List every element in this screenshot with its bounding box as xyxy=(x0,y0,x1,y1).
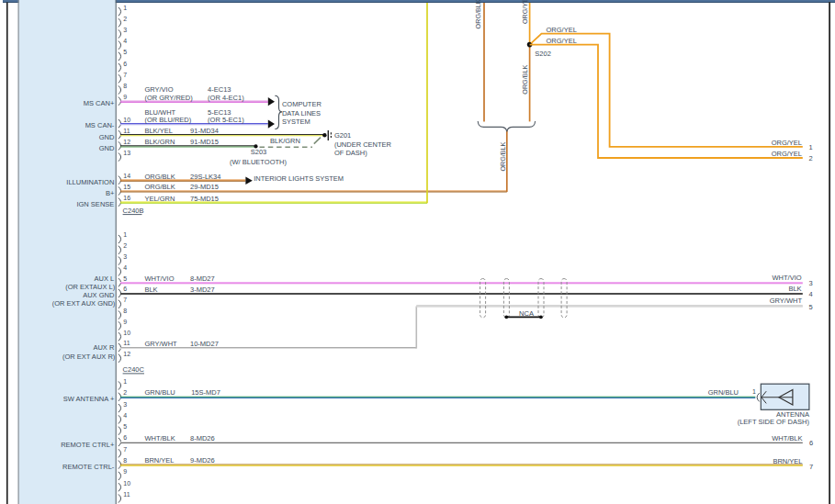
svg-text:(OR GRY/RED): (OR GRY/RED) xyxy=(144,94,193,102)
svg-text:91-MD15: 91-MD15 xyxy=(190,138,219,146)
svg-text:BLK: BLK xyxy=(144,286,157,294)
svg-text:REMOTE CTRL-: REMOTE CTRL- xyxy=(62,463,115,471)
svg-text:C240B: C240B xyxy=(123,207,144,215)
svg-text:10: 10 xyxy=(123,117,130,123)
svg-text:(UNDER CENTER: (UNDER CENTER xyxy=(334,140,392,149)
svg-text:8: 8 xyxy=(123,457,127,464)
svg-text:8-MD26: 8-MD26 xyxy=(190,434,215,442)
svg-text:GND: GND xyxy=(99,133,115,141)
svg-text:DATA LINES: DATA LINES xyxy=(282,109,321,118)
svg-text:10: 10 xyxy=(123,330,130,336)
svg-text:29S-LK34: 29S-LK34 xyxy=(190,173,220,181)
svg-text:7: 7 xyxy=(123,297,127,303)
svg-text:G201: G201 xyxy=(334,131,351,140)
svg-text:ORG/YEL: ORG/YEL xyxy=(772,139,802,147)
svg-text:9: 9 xyxy=(123,94,127,100)
svg-text:75-MD15: 75-MD15 xyxy=(190,195,219,203)
svg-text:6: 6 xyxy=(123,61,127,67)
svg-text:5: 5 xyxy=(123,275,127,282)
svg-text:16: 16 xyxy=(123,195,130,201)
svg-text:(OR EXT AUX GND): (OR EXT AUX GND) xyxy=(52,299,116,308)
svg-text:SW ANTENNA +: SW ANTENNA + xyxy=(63,395,115,403)
svg-text:1: 1 xyxy=(123,5,127,11)
svg-text:11: 11 xyxy=(123,340,130,346)
svg-text:1: 1 xyxy=(123,231,127,238)
svg-text:OF DASH): OF DASH) xyxy=(334,149,367,157)
svg-text:BRN/YEL: BRN/YEL xyxy=(144,456,174,465)
svg-text:BRN/YEL: BRN/YEL xyxy=(773,457,802,465)
svg-text:ORG/BLK: ORG/BLK xyxy=(144,183,175,191)
svg-text:SYSTEM: SYSTEM xyxy=(282,118,310,126)
svg-text:ORG/BLK: ORG/BLK xyxy=(499,141,507,171)
svg-text:11: 11 xyxy=(123,491,130,498)
svg-text:GRN/BLU: GRN/BLU xyxy=(708,388,739,397)
svg-text:S202: S202 xyxy=(535,50,551,58)
svg-text:ORG/YEL: ORG/YEL xyxy=(547,26,577,34)
svg-text:7: 7 xyxy=(123,72,127,78)
svg-text:ORG/YEL: ORG/YEL xyxy=(547,37,577,45)
svg-text:4: 4 xyxy=(809,290,813,298)
svg-text:WHT/VIO: WHT/VIO xyxy=(144,274,174,283)
svg-text:1: 1 xyxy=(809,143,813,151)
svg-text:5: 5 xyxy=(123,423,127,430)
svg-text:GRN/BLU: GRN/BLU xyxy=(144,388,175,397)
svg-text:MS CAN-: MS CAN- xyxy=(85,121,115,129)
svg-text:MS CAN+: MS CAN+ xyxy=(84,99,115,107)
svg-text:14: 14 xyxy=(123,173,130,179)
svg-text:15S-MD7: 15S-MD7 xyxy=(191,388,220,397)
svg-text:10: 10 xyxy=(123,480,130,487)
svg-text:(OR 4-EC1): (OR 4-EC1) xyxy=(208,94,244,102)
svg-text:2: 2 xyxy=(809,154,813,162)
svg-text:ORG/YEL: ORG/YEL xyxy=(521,0,529,24)
svg-text:(OR EXT AUX R): (OR EXT AUX R) xyxy=(62,353,116,361)
svg-text:GRY/WHT: GRY/WHT xyxy=(144,340,177,348)
svg-text:BLK: BLK xyxy=(788,285,801,293)
svg-text:9: 9 xyxy=(123,319,127,325)
svg-text:ORG/BLK: ORG/BLK xyxy=(474,0,482,28)
svg-text:INTERIOR LIGHTS SYSTEM: INTERIOR LIGHTS SYSTEM xyxy=(254,174,344,183)
svg-text:8: 8 xyxy=(123,83,127,89)
svg-text:GND: GND xyxy=(99,144,115,152)
svg-text:10-MD27: 10-MD27 xyxy=(190,340,219,348)
svg-text:COMPUTER: COMPUTER xyxy=(282,100,322,108)
svg-text:1: 1 xyxy=(123,378,127,385)
svg-text:12: 12 xyxy=(123,351,130,357)
svg-text:REMOTE CTRL+: REMOTE CTRL+ xyxy=(61,441,115,449)
svg-text:S203: S203 xyxy=(251,148,267,156)
svg-text:WHT/BLK: WHT/BLK xyxy=(144,434,175,442)
svg-text:(W/ BLUETOOTH): (W/ BLUETOOTH) xyxy=(230,158,287,166)
svg-text:7: 7 xyxy=(809,463,813,471)
svg-text:29-MD15: 29-MD15 xyxy=(190,183,219,191)
svg-text:(OR EXTAUX L): (OR EXTAUX L) xyxy=(65,283,116,291)
svg-text:2: 2 xyxy=(123,242,127,249)
svg-text:3: 3 xyxy=(123,253,127,260)
svg-text:BLK/GRN: BLK/GRN xyxy=(270,137,300,145)
svg-text:3: 3 xyxy=(123,27,127,33)
svg-text:ORG/BLK: ORG/BLK xyxy=(144,173,175,181)
svg-text:3: 3 xyxy=(809,279,813,287)
svg-text:B+: B+ xyxy=(106,189,115,197)
svg-text:12: 12 xyxy=(123,139,130,145)
svg-text:4: 4 xyxy=(123,38,127,44)
svg-text:4: 4 xyxy=(123,412,127,419)
svg-text:BLK/YEL: BLK/YEL xyxy=(144,127,172,135)
svg-text:9-MD26: 9-MD26 xyxy=(190,456,215,465)
svg-text:(LEFT SIDE OF DASH): (LEFT SIDE OF DASH) xyxy=(738,418,810,426)
svg-text:C240C: C240C xyxy=(123,365,145,374)
svg-text:ORG/BLK: ORG/BLK xyxy=(521,65,529,95)
svg-text:WHT/BLK: WHT/BLK xyxy=(772,434,802,442)
svg-text:5: 5 xyxy=(809,303,813,311)
svg-text:WHT/VIO: WHT/VIO xyxy=(773,274,802,282)
svg-text:1: 1 xyxy=(752,388,756,395)
svg-text:2: 2 xyxy=(123,389,127,396)
svg-text:9: 9 xyxy=(123,468,127,475)
svg-text:(OR 5-EC1): (OR 5-EC1) xyxy=(208,116,244,124)
svg-text:ILLUMINATION: ILLUMINATION xyxy=(66,178,114,186)
svg-text:GRY/WHT: GRY/WHT xyxy=(770,297,803,305)
svg-text:6: 6 xyxy=(123,434,127,441)
svg-text:3-MD27: 3-MD27 xyxy=(190,286,215,294)
svg-text:6: 6 xyxy=(123,286,127,292)
svg-text:6: 6 xyxy=(809,439,813,447)
svg-text:IGN SENSE: IGN SENSE xyxy=(76,200,114,208)
svg-text:ORG/YEL: ORG/YEL xyxy=(772,150,802,158)
